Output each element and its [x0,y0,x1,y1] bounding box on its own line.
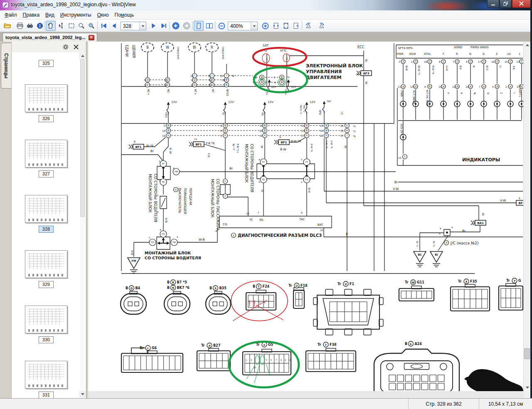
diagram-label: X [465,280,467,283]
restore-button[interactable] [500,0,512,8]
diagram-label: 3 [163,124,165,127]
thumbnail-item-328[interactable]: 328 [19,195,73,233]
document-tab[interactable]: toyota_vista_ardeo_1998_2002_leg... ✕ [2,33,97,42]
diagram-label: SFTC [280,49,287,52]
gear-icon[interactable] [63,44,69,50]
zoom-level-value[interactable]: 400% [228,23,251,29]
diagram-label: BI [193,46,196,49]
sidebar-scroll-down[interactable] [79,391,86,398]
diagram-label: Br [140,346,144,350]
diagram-label: G [166,83,168,86]
menu-item-Вид[interactable]: Вид [42,11,57,19]
zoom-rect-button[interactable] [76,21,86,31]
page-thumbnail[interactable] [25,195,67,223]
tab-close-icon[interactable]: ✕ [89,35,94,40]
first-page-button[interactable] [99,21,109,31]
pan-tool-button[interactable] [46,21,56,31]
thumbnail-item-326[interactable]: 326 [19,84,73,122]
thumbnail-item-330[interactable]: 330 [19,306,73,343]
scroll-up-button[interactable] [524,42,531,49]
diagram-label: 17 [340,134,344,137]
zoom-out-button[interactable] [217,21,227,31]
magnifier-button[interactable] [86,21,96,31]
select-rect-button[interactable] [66,21,76,31]
zoom-level-combobox[interactable]: 400% [228,22,258,30]
connector-F18 [293,288,304,308]
page-thumbnail[interactable] [25,361,67,389]
scroll-down-button[interactable] [524,384,531,391]
diagram-label: 9 [285,359,286,361]
page-thumbnail[interactable] [25,306,67,333]
page-thumbnail[interactable] [25,250,67,278]
last-page-button[interactable] [159,21,169,31]
back-button[interactable] [171,21,181,31]
page-number-label[interactable]: 326 [39,115,54,122]
page-number-label[interactable]: 328 [39,226,54,233]
open-button[interactable] [2,21,12,31]
diagram-label: B-W *9 [310,144,313,152]
page-number-label[interactable]: 330 [39,336,54,343]
diagram-label: a [456,85,458,88]
diagram-label: 14 [320,124,323,127]
page-number-dropdown[interactable] [139,22,146,30]
diagram-label: ISSW [409,52,416,56]
vertical-scroll-thumb[interactable] [524,348,530,359]
sidebar-tab-pages[interactable]: Страницы [1,43,11,89]
diagram-label: D [146,78,148,81]
thumbnail-item-325[interactable]: 325 [19,60,73,67]
sidebar-scroll-thumb[interactable] [80,59,85,217]
minimize-button[interactable] [487,0,499,8]
page-number-combobox[interactable]: 328 [121,22,146,30]
diagram-label: 16 [340,129,344,132]
diagram-label: h [224,134,226,137]
diagram-label: P [446,92,450,94]
menu-item-Файл[interactable]: Файл [2,11,20,19]
print-button[interactable] [15,21,25,31]
rotate-left-button[interactable] [304,21,314,31]
vertical-scrollbar[interactable] [523,42,530,391]
thumbnail-item-327[interactable]: 327 [19,140,73,177]
menu-item-Помощь[interactable]: Помощь [112,11,137,19]
menu-item-Правка[interactable]: Правка [20,11,43,19]
zoom-level-dropdown[interactable] [251,22,257,30]
diagram-label: y [233,234,234,237]
find-button[interactable] [25,21,35,31]
prev-page-button[interactable] [109,21,119,31]
page-thumbnail[interactable] [25,84,67,112]
diagram-label: 21 [220,74,224,77]
page-number-label[interactable]: 325 [39,60,54,67]
sidebar-scroll-up[interactable] [79,52,86,59]
page-number-label[interactable]: 331 [39,392,54,398]
diagram-label: 12V [310,101,315,104]
facing-pages-button[interactable] [204,21,214,31]
forward-button[interactable] [182,21,192,31]
sidebar-scrollbar[interactable] [80,52,86,398]
panel-close-icon[interactable] [74,44,79,49]
diagram-label: 9 [279,136,281,138]
page-number-value[interactable]: 328 [121,23,139,29]
menu-item-Окно[interactable]: Окно [94,11,112,19]
thumbnail-item-331[interactable]: 331 [19,361,73,398]
diagram-label: B [167,281,170,284]
actual-size-button[interactable] [291,21,301,31]
diagram-label: PWRS SNWS [470,46,489,49]
page-number-label[interactable]: 329 [39,281,54,288]
rotate-right-button[interactable] [316,21,326,31]
page-number-label[interactable]: 327 [39,170,54,177]
fit-page-button[interactable] [281,21,291,31]
menu-item-Инструменты[interactable]: Инструменты [57,11,94,19]
diagram-label: c [404,155,406,158]
select-text-button[interactable] [57,21,66,31]
about-button[interactable] [35,21,45,31]
diagram-label: ECC [357,45,365,49]
thumbnail-item-329[interactable]: 329 [19,250,73,288]
fit-width-button[interactable] [271,21,281,31]
page-thumbnail[interactable] [25,140,67,168]
next-page-button[interactable] [149,21,159,31]
single-page-button[interactable] [194,21,204,31]
close-button[interactable] [512,0,531,8]
diagram-label: 2 [286,57,288,61]
zoom-in-button[interactable] [260,21,270,31]
diagram-label: V-W *6 [330,140,333,148]
diagram-label: D [486,92,490,94]
